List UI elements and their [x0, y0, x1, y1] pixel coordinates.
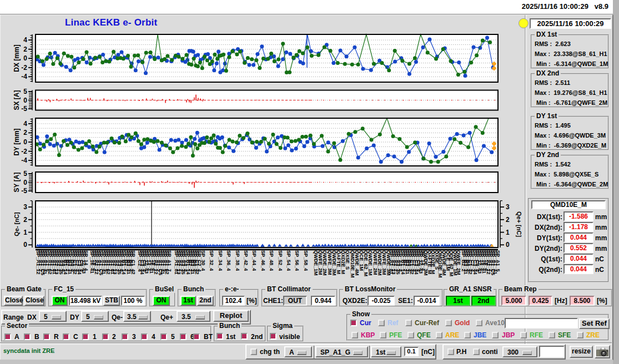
svg-text:SP_56_4: SP_56_4 [294, 250, 300, 271]
svg-text:-2: -2 [21, 64, 27, 72]
svg-text:SP_34_4: SP_34_4 [218, 250, 223, 271]
svg-text:2: 2 [23, 129, 27, 136]
svg-text:-4: -4 [21, 156, 27, 164]
svg-text:SP_32_4: SP_32_4 [209, 250, 214, 271]
svg-text:SP_58_4: SP_58_4 [303, 250, 309, 271]
svg-text:0: 0 [23, 138, 27, 146]
svg-text:0: 0 [23, 241, 27, 249]
svg-text:4: 4 [23, 120, 27, 128]
svg-text:SP_A1_7: SP_A1_7 [167, 250, 172, 272]
svg-text:SP_54_4: SP_54_4 [286, 250, 291, 271]
svg-text:SP_C1_42: SP_C1_42 [130, 250, 136, 275]
svg-text:5: 5 [23, 170, 27, 178]
svg-text:-5: -5 [21, 187, 27, 195]
svg-text:Qe+ [nC]: Qe+ [nC] [516, 211, 522, 237]
svg-text:SP_52_4: SP_52_4 [278, 250, 283, 271]
svg-text:SP_46_4: SP_46_4 [260, 250, 266, 271]
svg-text:0: 0 [23, 54, 27, 62]
svg-text:-4: -4 [21, 73, 27, 80]
svg-text:SP_30_4: SP_30_4 [200, 250, 206, 271]
svg-text:SP_36_4: SP_36_4 [226, 250, 232, 271]
svg-text:SP_38_4: SP_38_4 [235, 250, 240, 271]
svg-text:5: 5 [23, 88, 27, 95]
svg-text:0: 0 [506, 241, 510, 249]
svg-text:SX [A]: SX [A] [13, 90, 21, 110]
svg-text:SP_48_4: SP_48_4 [269, 250, 274, 271]
svg-text:QWFE_2M: QWFE_2M [456, 250, 461, 275]
svg-text:2: 2 [23, 46, 27, 53]
svg-text:SY [A]: SY [A] [13, 173, 21, 193]
svg-text:Qe- [nC]: Qe- [nC] [13, 212, 20, 236]
svg-text:3: 3 [23, 203, 27, 211]
svg-text:-5: -5 [21, 105, 27, 113]
svg-text:2: 2 [506, 216, 510, 224]
svg-text:2: 2 [23, 216, 27, 224]
svg-text:DY [mm]: DY [mm] [13, 128, 21, 155]
svg-text:SP_44_4: SP_44_4 [251, 250, 257, 271]
svg-text:SP_42_4: SP_42_4 [243, 250, 249, 271]
svg-text:-2: -2 [21, 148, 27, 155]
svg-text:SP_14_4: SP_14_4 [83, 250, 89, 271]
svg-text:DX [mm]: DX [mm] [13, 44, 21, 72]
svg-text:1: 1 [506, 229, 510, 236]
svg-text:3: 3 [506, 203, 510, 211]
svg-text:SP_A1_5: SP_A1_5 [495, 250, 501, 272]
svg-text:0: 0 [23, 179, 27, 186]
svg-text:0: 0 [23, 97, 27, 104]
svg-text:4: 4 [23, 36, 27, 44]
svg-text:1: 1 [23, 229, 27, 236]
